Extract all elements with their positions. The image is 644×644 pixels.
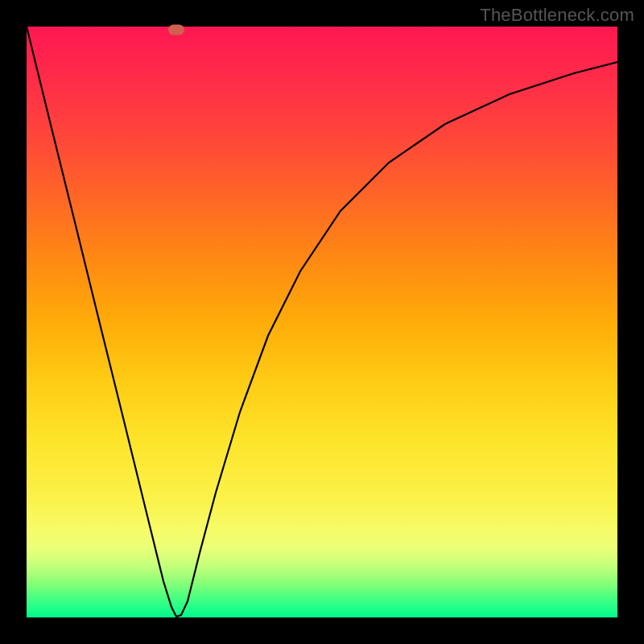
- chart-frame: TheBottleneck.com: [0, 0, 644, 644]
- watermark-text: TheBottleneck.com: [480, 5, 634, 26]
- plot-area: [27, 27, 617, 617]
- minimum-marker: [168, 25, 184, 35]
- bottleneck-curve: [27, 27, 617, 617]
